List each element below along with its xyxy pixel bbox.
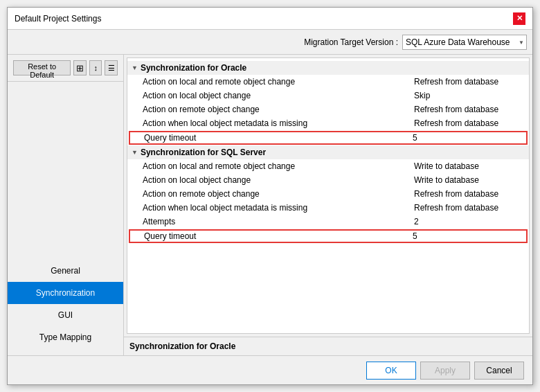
table-row: Attempts 2 bbox=[127, 215, 529, 229]
settings-area: ▼ Synchronization for Oracle Action on l… bbox=[127, 57, 530, 334]
sidebar-label-type-mapping: Type Mapping bbox=[39, 332, 91, 342]
apply-button[interactable]: Apply bbox=[420, 362, 470, 380]
setting-name: Query timeout bbox=[144, 133, 413, 143]
left-panel: Reset to Default ⊞ ↕ ☰ General Synchroni… bbox=[8, 55, 124, 355]
table-row: Action when local object metadata is mis… bbox=[127, 201, 529, 215]
table-row: Action on local object change Skip bbox=[127, 89, 529, 103]
reset-row: Reset to Default ⊞ ↕ ☰ bbox=[8, 55, 123, 82]
sidebar-label-general: General bbox=[51, 266, 80, 276]
setting-name: Action on remote object change bbox=[143, 189, 414, 199]
close-button[interactable]: ✕ bbox=[513, 12, 525, 25]
setting-value: 5 bbox=[413, 133, 523, 143]
setting-name: Action on remote object change bbox=[143, 105, 414, 114]
setting-value: 5 bbox=[413, 231, 523, 241]
cancel-button[interactable]: Cancel bbox=[474, 362, 524, 380]
setting-value: Skip bbox=[414, 91, 525, 100]
sql-section-label: Synchronization for SQL Server bbox=[141, 148, 266, 157]
setting-value: Refresh from database bbox=[414, 189, 525, 199]
details-icon: ☰ bbox=[108, 64, 115, 73]
table-row: Action on remote object change Refresh f… bbox=[127, 103, 529, 116]
setting-name: Action on local object change bbox=[143, 91, 414, 100]
sql-section-header: ▼ Synchronization for SQL Server bbox=[127, 145, 529, 159]
table-row: Action on local and remote object change… bbox=[127, 75, 529, 89]
setting-name: Action when local object metadata is mis… bbox=[143, 203, 414, 213]
reset-to-default-button[interactable]: Reset to Default bbox=[13, 60, 71, 75]
setting-name: Query timeout bbox=[144, 231, 413, 241]
sidebar-label-synchronization: Synchronization bbox=[36, 288, 95, 298]
sidebar-item-gui[interactable]: GUI bbox=[8, 304, 123, 326]
setting-value: Refresh from database bbox=[414, 203, 525, 213]
setting-value: Refresh from database bbox=[414, 118, 525, 128]
migration-label: Migration Target Version : bbox=[304, 37, 398, 47]
sidebar-item-general[interactable]: General bbox=[8, 260, 123, 282]
setting-name: Action on local and remote object change bbox=[143, 77, 414, 87]
details-icon-button[interactable]: ☰ bbox=[105, 60, 118, 75]
setting-name: Attempts bbox=[143, 217, 414, 226]
setting-value: Refresh from database bbox=[414, 77, 525, 87]
setting-value: Refresh from database bbox=[414, 105, 525, 114]
sort-icon: ↕ bbox=[93, 64, 98, 72]
sort-icon-button[interactable]: ↕ bbox=[89, 60, 102, 75]
sidebar-item-type-mapping[interactable]: Type Mapping bbox=[8, 326, 123, 348]
setting-value: Write to database bbox=[414, 161, 525, 171]
sidebar-label-gui: GUI bbox=[58, 310, 73, 320]
migration-select[interactable]: SQL Azure Data Warehouse SQL Server 2016… bbox=[402, 35, 527, 50]
oracle-section-header: ▼ Synchronization for Oracle bbox=[127, 61, 529, 75]
sidebar-item-synchronization[interactable]: Synchronization bbox=[8, 282, 123, 304]
oracle-query-timeout-row[interactable]: Query timeout 5 bbox=[129, 131, 528, 145]
migration-select-wrapper: SQL Azure Data Warehouse SQL Server 2016… bbox=[402, 35, 527, 50]
sql-chevron: ▼ bbox=[132, 149, 138, 156]
setting-value: 2 bbox=[414, 217, 525, 226]
setting-value: Write to database bbox=[414, 175, 525, 185]
bottom-label: Synchronization for Oracle bbox=[124, 337, 532, 355]
title-bar: Default Project Settings ✕ bbox=[8, 8, 532, 30]
nav-items: General Synchronization GUI Type Mapping bbox=[8, 82, 123, 355]
table-row: Action on local and remote object change… bbox=[127, 159, 529, 173]
list-view-icon: ⊞ bbox=[76, 63, 84, 73]
table-row: Action on remote object change Refresh f… bbox=[127, 187, 529, 201]
oracle-chevron: ▼ bbox=[132, 64, 138, 71]
list-icon-button[interactable]: ⊞ bbox=[73, 60, 87, 75]
dialog: Default Project Settings ✕ Migration Tar… bbox=[7, 7, 533, 385]
setting-name: Action on local and remote object change bbox=[143, 161, 414, 171]
ok-button[interactable]: OK bbox=[366, 362, 416, 380]
right-panel: ▼ Synchronization for Oracle Action on l… bbox=[124, 55, 532, 355]
toolbar-row: Migration Target Version : SQL Azure Dat… bbox=[8, 30, 532, 55]
setting-name: Action on local object change bbox=[143, 175, 414, 185]
footer: OK Apply Cancel bbox=[8, 355, 532, 384]
main-content: Reset to Default ⊞ ↕ ☰ General Synchroni… bbox=[8, 55, 532, 355]
table-row: Action when local object metadata is mis… bbox=[127, 116, 529, 130]
setting-name: Action when local object metadata is mis… bbox=[143, 118, 414, 128]
oracle-section-label: Synchronization for Oracle bbox=[141, 63, 246, 73]
dialog-title: Default Project Settings bbox=[15, 14, 101, 24]
sql-query-timeout-row[interactable]: Query timeout 5 bbox=[129, 229, 528, 243]
table-row: Action on local object change Write to d… bbox=[127, 173, 529, 187]
